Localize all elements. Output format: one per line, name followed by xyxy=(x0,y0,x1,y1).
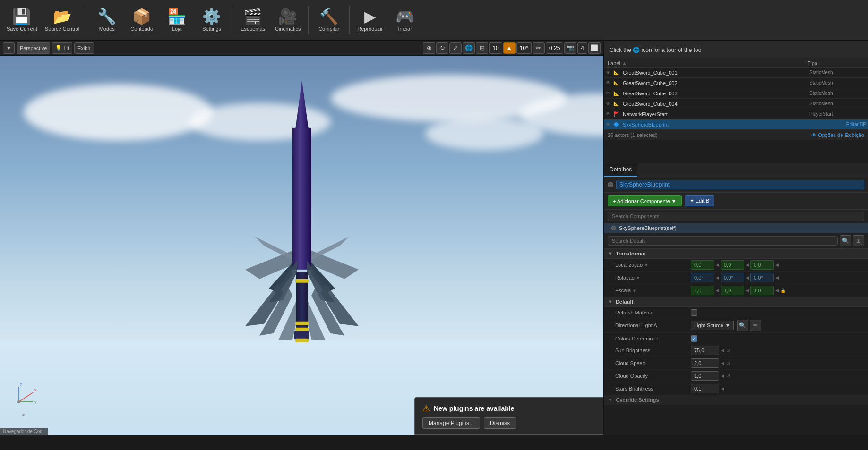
default-section-header[interactable]: ▼ Default xyxy=(604,297,868,307)
perspective-btn[interactable]: Perspective xyxy=(17,42,50,54)
cinematics-button[interactable]: 🎥 Cinematics xyxy=(271,1,304,39)
scale-x-arrow[interactable]: ◀ xyxy=(716,288,719,293)
loc-dropdown-arrow[interactable]: ▼ xyxy=(644,263,648,268)
override-settings-header[interactable]: ▼ Override Settings xyxy=(604,395,868,405)
search-icon-btn[interactable]: 🔍 xyxy=(840,235,851,246)
sun-brightness-reset[interactable]: ↺ xyxy=(726,348,730,353)
loc-z-box[interactable]: 0,0 xyxy=(750,260,774,270)
component-item[interactable]: SkySphereBlueprint(self) xyxy=(604,223,868,233)
scale-dropdown-arrow[interactable]: ▼ xyxy=(632,289,636,293)
transform-icon-btn[interactable]: ⊕ xyxy=(423,42,435,54)
cam-speed: 4 xyxy=(577,42,587,54)
scale-x-box[interactable]: 1,0 xyxy=(691,286,714,295)
svg-line-22 xyxy=(19,392,33,402)
sword-model xyxy=(231,76,373,384)
search-components-input[interactable] xyxy=(608,212,864,221)
cloud-opacity-input[interactable]: 1,0 xyxy=(691,371,719,381)
cloud-opacity-reset[interactable]: ↺ xyxy=(726,374,730,379)
default-section-arrow: ▼ xyxy=(608,299,613,305)
outliner-row[interactable]: 👁 📐 GreatSword_Cube_003 StaticMesh xyxy=(604,88,868,99)
esquemas-button[interactable]: 🎬 Esquemas xyxy=(236,1,269,39)
loc-y-arrow[interactable]: ◀ xyxy=(746,263,749,267)
loc-x-arrow[interactable]: ◀ xyxy=(716,263,719,267)
rot-z-box[interactable]: 0,0° xyxy=(750,273,774,282)
reproduzir-button[interactable]: ▶ Reproduzir xyxy=(353,1,387,39)
colors-determined-checkbox[interactable] xyxy=(691,335,697,342)
scale-z-arrow[interactable]: ◀ xyxy=(775,288,779,293)
rot-dropdown-arrow[interactable]: ▼ xyxy=(636,276,640,280)
search-details-input[interactable] xyxy=(608,236,838,246)
add-component-button[interactable]: + Adicionar Componente ▼ xyxy=(608,195,682,206)
loc-z-arrow[interactable]: ◀ xyxy=(775,263,779,267)
scale-z-box[interactable]: 1,0 xyxy=(750,286,774,295)
object-name-input[interactable] xyxy=(616,180,864,189)
edit-bp-button[interactable]: ✦ Edit B xyxy=(685,195,714,206)
scale-y-box[interactable]: 1,0 xyxy=(721,286,744,295)
svg-point-28 xyxy=(17,400,20,403)
compilar-button[interactable]: 🔨 Compilar xyxy=(312,1,345,39)
rot-x-box[interactable]: 0,0° xyxy=(691,273,714,282)
iniciar-button[interactable]: 🎮 Iniciar xyxy=(388,1,421,39)
outliner-row[interactable]: 👁 📐 GreatSword_Cube_001 StaticMesh xyxy=(604,68,868,78)
rotate-icon-btn[interactable]: ↻ xyxy=(436,42,448,54)
opcoes-link[interactable]: 👁 Opções de Exibição xyxy=(811,132,864,138)
dismiss-button[interactable]: Dismiss xyxy=(484,417,516,429)
localizacao-row: Localização ▼ 0,0 ◀ 0,0 ◀ 0,0 ◀ xyxy=(604,259,868,272)
rot-z-arrow[interactable]: ◀ xyxy=(775,275,779,280)
transformar-section-header[interactable]: ▼ Transformar xyxy=(604,249,868,259)
bp-icon: 🔷 xyxy=(613,122,621,127)
search-details-bar: 🔍 ⊞ xyxy=(604,233,868,249)
outliner-row[interactable]: 👁 🚩 NetworkPlayerStart PlayerStart xyxy=(604,109,868,119)
stars-brightness-arrow[interactable]: ◀ xyxy=(721,386,724,391)
manage-plugins-button[interactable]: Manage Plugins... xyxy=(422,417,480,429)
rot-x-arrow[interactable]: ◀ xyxy=(716,275,719,280)
viewport[interactable]: X Y Z ⊕ Navegador de Cor... ⚠ New plugin… xyxy=(0,56,603,435)
maximize-icon-btn[interactable]: ⬜ xyxy=(588,42,601,54)
stars-brightness-input[interactable]: 0,1 xyxy=(691,384,719,393)
cam-icon-btn[interactable]: 📷 xyxy=(564,42,576,54)
filter-icon-btn[interactable]: ⊞ xyxy=(853,235,864,246)
directional-light-search-btn[interactable]: 🔍 xyxy=(737,320,748,331)
save-current-button[interactable]: 💾 Save Current xyxy=(4,1,40,39)
exibir-btn[interactable]: Exibir xyxy=(74,42,94,54)
separator-3 xyxy=(308,6,309,34)
cloud-opacity-arrow[interactable]: ◀ xyxy=(721,374,724,378)
source-control-button[interactable]: 📂 Source Control xyxy=(42,1,82,39)
scale-y-arrow[interactable]: ◀ xyxy=(746,288,749,293)
scale-lock-icon[interactable]: 🔒 xyxy=(780,288,786,293)
cloud-speed-input[interactable]: 2,0 xyxy=(691,358,719,368)
details-tab[interactable]: Detalhes xyxy=(604,163,637,177)
snap-icon-btn[interactable]: ✏ xyxy=(533,42,545,54)
directional-light-dropdown[interactable]: Light Source ▼ xyxy=(691,321,734,330)
scale-icon-btn[interactable]: ⤢ xyxy=(449,42,462,54)
modes-button[interactable]: 🔧 Modes xyxy=(90,1,123,39)
loja-button[interactable]: 🏪 Loja xyxy=(160,1,193,39)
compilar-icon: 🔨 xyxy=(319,9,338,24)
sun-brightness-arrow[interactable]: ◀ xyxy=(721,348,724,353)
outliner-row-selected[interactable]: 👁 🔷 SkySphereBlueprint Editar BP xyxy=(604,119,868,130)
component-circle xyxy=(611,226,616,230)
world-icon-btn[interactable]: 🌐 xyxy=(463,42,475,54)
angle-icon-btn[interactable]: ▲ xyxy=(503,42,516,54)
lit-btn[interactable]: 💡 Lit xyxy=(52,42,72,54)
loc-y-box[interactable]: 0,0 xyxy=(721,260,744,270)
cloud-speed-reset[interactable]: ↺ xyxy=(726,361,730,366)
settings-button[interactable]: ⚙️ Settings xyxy=(195,1,228,39)
sun-brightness-input[interactable]: 75,0 xyxy=(691,346,719,355)
conteudo-button[interactable]: 📦 Conteúdo xyxy=(125,1,158,39)
grid-icon-btn[interactable]: ⊞ xyxy=(476,42,488,54)
cloud-speed-row: Cloud Speed 2,0 ◀ ↺ xyxy=(604,357,868,370)
player-icon: 🚩 xyxy=(613,111,621,117)
outliner-row[interactable]: 👁 📐 GreatSword_Cube_002 StaticMesh xyxy=(604,78,868,88)
outliner-row[interactable]: 👁 📐 GreatSword_Cube_004 StaticMesh xyxy=(604,99,868,109)
edit-bp-link[interactable]: Editar BP xyxy=(846,122,866,127)
directional-light-edit-btn[interactable]: ✏ xyxy=(750,320,761,331)
rot-y-arrow[interactable]: ◀ xyxy=(746,275,749,280)
loc-x-box[interactable]: 0,0 xyxy=(691,260,714,270)
refresh-material-checkbox[interactable] xyxy=(691,309,697,316)
cloud-speed-arrow[interactable]: ◀ xyxy=(721,361,724,365)
separator-2 xyxy=(232,6,232,34)
rot-y-box[interactable]: 0,0° xyxy=(721,273,744,282)
viewport-controls-group: ⊕ ↻ ⤢ 🌐 ⊞ 10 ▲ 10° ✏ 0,25 📷 4 xyxy=(423,42,601,54)
viewport-dropdown-btn[interactable]: ▼ xyxy=(3,42,15,54)
